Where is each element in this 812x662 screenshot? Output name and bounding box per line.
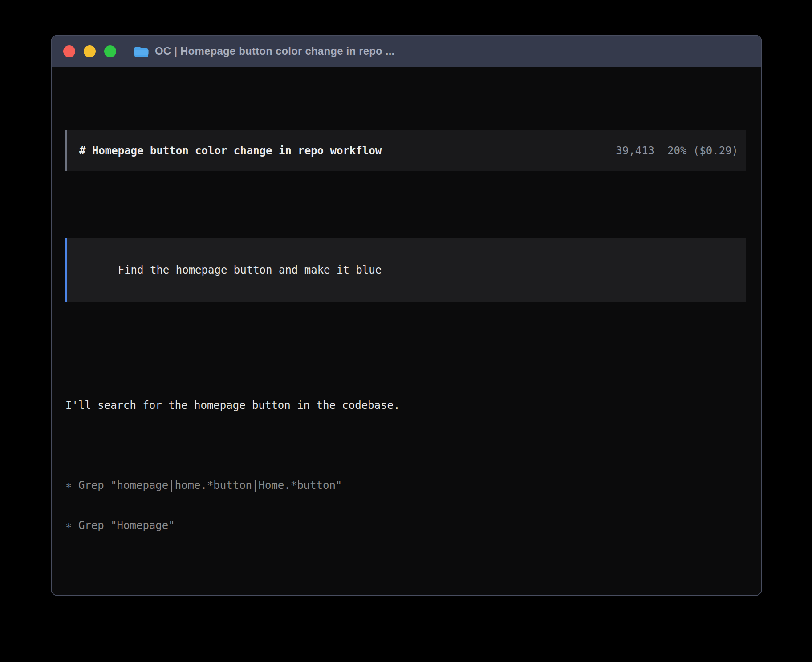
tool-call-grep: ∗ Grep "homepage|home.*button|Home.*butt…: [65, 479, 746, 492]
titlebar-title-group: OC | Homepage button color change in rep…: [134, 45, 394, 57]
zoom-button[interactable]: [104, 45, 116, 57]
session-title: # Homepage button color change in repo w…: [79, 144, 382, 157]
window-title: OC | Homepage button color change in rep…: [155, 45, 394, 57]
folder-icon: [134, 45, 149, 57]
session-header: # Homepage button color change in repo w…: [65, 130, 746, 171]
traffic-lights: [63, 45, 116, 57]
context-cost: 20% ($0.29): [667, 145, 738, 157]
terminal-content: # Homepage button color change in repo w…: [52, 67, 761, 596]
minimize-button[interactable]: [84, 45, 96, 57]
assistant-text: I'll search for the homepage button in t…: [65, 399, 746, 412]
token-count: 39,413: [616, 145, 654, 157]
user-message: Find the homepage button and make it blu…: [65, 238, 746, 302]
close-button[interactable]: [63, 45, 75, 57]
assistant-transcript: I'll search for the homepage button in t…: [65, 372, 746, 596]
user-message-text: Find the homepage button and make it blu…: [118, 264, 382, 276]
tool-call-grep: ∗ Grep "Homepage": [65, 519, 746, 532]
session-stats: 39,41320% ($0.29): [616, 144, 738, 157]
window-titlebar: OC | Homepage button color change in rep…: [52, 36, 761, 67]
terminal-window: OC | Homepage button color change in rep…: [51, 35, 762, 596]
